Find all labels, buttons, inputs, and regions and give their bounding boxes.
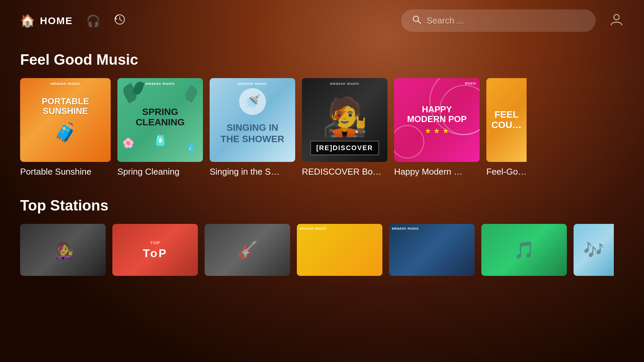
header: 🏠 HOME 🎧 (0, 0, 644, 41)
singing-shower-text: SINGING INTHE SHOWER (221, 122, 284, 144)
history-icon[interactable] (114, 13, 126, 28)
yellow-card-bg: amazon music (297, 224, 382, 276)
top-stations-cards: 👩‍🎤 TOP ToP 🎸 amazon music amazon music (20, 224, 624, 276)
profile-icon[interactable] (609, 12, 624, 30)
leaf-2 (132, 80, 145, 96)
amazon-logo-blue: amazon music (392, 227, 419, 230)
main-content: Feel Good Music amazon music PORTABLESUN… (0, 41, 644, 276)
happy-modern-pop-text: HAPPYMODERN POP (407, 105, 467, 124)
badge-portable-sunshine: amazon music (51, 81, 80, 85)
bw-portrait-icon: 👩‍🎤 (53, 240, 73, 260)
pop-stars: ★ ★ ★ (425, 127, 449, 135)
station-card-light-blue[interactable]: 🎶 (574, 224, 614, 276)
rediscover-badge-text: [RE]DISCOVER (310, 141, 379, 155)
spray-icon: 💧 (186, 142, 196, 152)
station-card-top[interactable]: TOP ToP (112, 224, 198, 276)
flower-icon: 🌸 (122, 137, 134, 148)
portable-sunshine-text: PORTABLESUNSHINE (42, 97, 89, 116)
badge-rediscover: amazon music (330, 81, 360, 85)
amazon-logo-yellow: amazon music (300, 227, 327, 230)
leaf-3 (183, 85, 199, 103)
card-label-feel-good: Feel-Go… (486, 167, 527, 177)
card-feel-good-country[interactable]: FEELCOU… Feel-Go… (486, 78, 527, 177)
card-rediscover[interactable]: amazon music 🧑‍🎤 [RE]DISCOVER REDISCOVER… (302, 78, 387, 177)
search-bar[interactable] (401, 9, 596, 32)
station-card-yellow[interactable]: amazon music (297, 224, 382, 276)
station-top-sublabel: TOP (150, 240, 160, 245)
spring-cleaning-text: SPRINGCLEANING (136, 107, 184, 128)
badge-spring-cleaning: amazon music (146, 81, 175, 85)
suitcase-icon: 🧳 (54, 122, 77, 143)
nav-left: 🏠 HOME 🎧 (20, 13, 126, 28)
search-container (401, 9, 624, 32)
home-label: HOME (40, 15, 73, 26)
station-card-green[interactable]: 🎵 (481, 224, 567, 276)
feel-good-music-title: Feel Good Music (20, 51, 624, 68)
shower-head-icon: 🚿 (239, 88, 266, 115)
top-stations-title: Top Stations (20, 197, 624, 214)
home-icon: 🏠 (20, 14, 35, 28)
station-card-dark[interactable]: 🎸 (205, 224, 290, 276)
card-happy-modern-pop[interactable]: music HAPPYMODERN POP ★ ★ ★ Happy Modern… (394, 78, 480, 177)
feel-good-country-text: FEELCOU… (491, 110, 522, 130)
badge-singing-shower: amazon music (238, 81, 267, 85)
svg-point-2 (413, 16, 419, 21)
card-label-portable-sunshine: Portable Sunshine (20, 167, 111, 177)
station-card-amazon-blue[interactable]: amazon music (389, 224, 475, 276)
light-blue-icon: 🎶 (583, 240, 604, 260)
spray-bottle-icon: 🧴 (152, 131, 169, 146)
green-card-icon: 🎵 (514, 240, 535, 260)
search-input[interactable] (427, 15, 585, 26)
search-icon (412, 15, 421, 26)
home-nav-item[interactable]: 🏠 HOME (20, 14, 73, 28)
feel-good-music-section: Feel Good Music amazon music PORTABLESUN… (20, 51, 624, 177)
dark-portrait-icon: 🎸 (237, 240, 258, 260)
station-top-text: ToP (143, 247, 168, 260)
card-portable-sunshine[interactable]: amazon music PORTABLESUNSHINE 🧳 Portable… (20, 78, 111, 177)
shower-text-wrap: SINGING INTHE SHOWER (221, 122, 284, 144)
card-spring-cleaning[interactable]: amazon music 🌸 💧 SPRINGCLEANING 🧴 Spring… (117, 78, 203, 177)
svg-point-4 (614, 14, 619, 20)
headphones-icon[interactable]: 🎧 (86, 14, 100, 27)
card-label-singing-shower: Singing in the S… (210, 167, 295, 177)
feel-good-music-cards: amazon music PORTABLESUNSHINE 🧳 Portable… (20, 78, 624, 177)
top-stations-section: Top Stations 👩‍🎤 TOP ToP 🎸 amazon music (20, 197, 624, 276)
card-label-spring-cleaning: Spring Cleaning (117, 167, 203, 177)
card-label-happy-modern-pop: Happy Modern … (394, 167, 480, 177)
card-singing-shower[interactable]: amazon music 🚿 SINGING INTHE SHOWER Sing… (210, 78, 295, 177)
svg-line-3 (418, 21, 421, 24)
person-silhouette: 🧑‍🎤 (322, 95, 368, 138)
station-card-bw[interactable]: 👩‍🎤 (20, 224, 106, 276)
card-label-rediscover: REDISCOVER Bo… (302, 167, 387, 177)
